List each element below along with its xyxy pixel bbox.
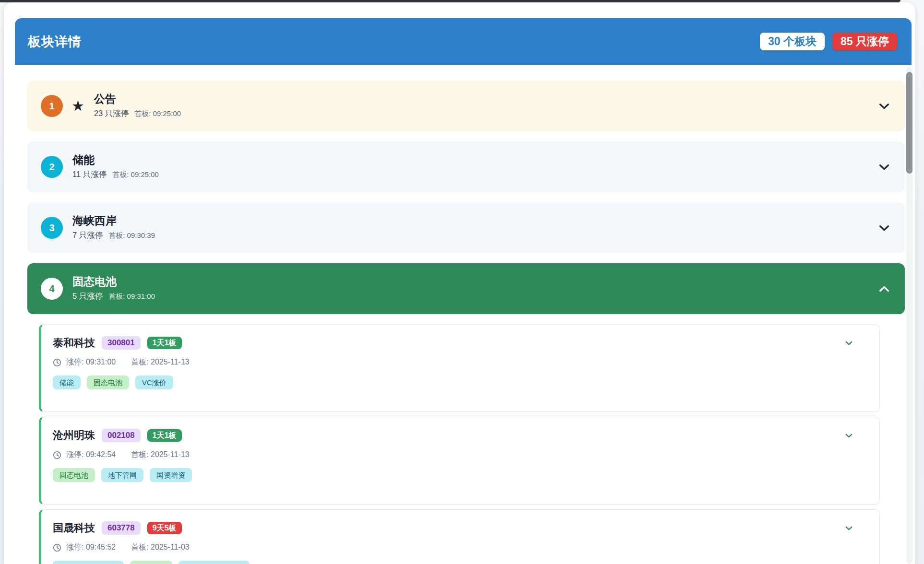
first-board-date: 首板: 2025-11-13 — [131, 450, 190, 460]
concept-tag: 储能 — [53, 376, 81, 389]
sector-name: 海峡西岸 — [72, 215, 155, 227]
limit-up-time: 涨停: 09:42:54 — [66, 450, 116, 460]
stock-meta: 涨停: 09:42:54 首板: 2025-11-13 — [53, 450, 866, 460]
sector-row-chuneng[interactable]: 2 储能 11 只涨停 首板: 09:25:00 — [27, 141, 905, 192]
stock-card-cangzhoumingzhu[interactable]: 沧州明珠 002108 1天1板 涨停: 09:42:54 首板: 2025-1… — [39, 417, 880, 505]
rank-badge: 4 — [41, 278, 63, 300]
sector-limit-up-count: 5 只涨停 — [72, 291, 103, 302]
stock-head: 国晟科技 603778 9天5板 — [53, 521, 866, 535]
chevron-down-icon[interactable] — [845, 526, 853, 530]
concept-tag: 先进光伏中试平台 — [53, 561, 124, 564]
stock-tags: 储能 固态电池 VC涨价 — [53, 376, 866, 389]
sector-name: 储能 — [72, 154, 159, 166]
stock-card-taihekeji[interactable]: 泰和科技 300801 1天1板 涨停: 09:31:00 首板: 2025-1… — [39, 324, 880, 412]
concept-tag: VC涨价 — [135, 376, 173, 389]
chevron-down-icon — [879, 225, 889, 231]
chevron-up-icon — [879, 286, 889, 292]
sector-text: 公告 23 只涨停 首板: 09:25:00 — [94, 93, 181, 118]
streak-badge: 1天1板 — [147, 429, 182, 442]
rank-badge: 1 — [41, 95, 63, 117]
stock-code-badge: 300801 — [102, 336, 141, 350]
first-board-date: 首板: 2025-11-03 — [131, 542, 190, 552]
stock-code-badge: 603778 — [102, 521, 141, 535]
sector-first-board-time: 首板: 09:30:39 — [108, 231, 155, 240]
limit-up-count-badge: 85 只涨停 — [832, 33, 897, 50]
stock-meta: 涨停: 09:45:52 首板: 2025-11-03 — [53, 542, 866, 552]
stock-code-badge: 002108 — [102, 429, 141, 442]
sector-subline: 11 只涨停 首板: 09:25:00 — [72, 169, 159, 180]
sector-detail-panel: 板块详情 30 个板块 85 只涨停 1 ★ 公告 23 只涨停 首板: 09:… — [15, 18, 912, 564]
sector-first-board-time: 首板: 09:25:00 — [134, 109, 181, 118]
panel-header: 板块详情 30 个板块 85 只涨停 — [15, 18, 912, 65]
sector-limit-up-count: 7 只涨停 — [72, 230, 103, 241]
concept-tag: 固态电池 — [53, 468, 95, 482]
sector-name: 固态电池 — [72, 276, 155, 288]
sector-text: 固态电池 5 只涨停 首板: 09:31:00 — [72, 276, 155, 301]
limit-up-time: 涨停: 09:31:00 — [66, 357, 116, 367]
sector-row-gutaidianchi[interactable]: 4 固态电池 5 只涨停 首板: 09:31:00 — [27, 263, 905, 314]
sector-count-badge: 30 个板块 — [760, 33, 825, 50]
streak-badge: 1天1板 — [147, 337, 182, 349]
scrollbar-thumb[interactable] — [906, 72, 912, 174]
stock-head: 沧州明珠 002108 1天1板 — [53, 428, 866, 443]
clock-icon — [53, 451, 61, 459]
stock-name: 泰和科技 — [53, 336, 95, 350]
sector-row-gonggao[interactable]: 1 ★ 公告 23 只涨停 首板: 09:25:00 — [27, 81, 905, 131]
streak-badge: 9天5板 — [147, 522, 182, 534]
sector-text: 海峡西岸 7 只涨停 首板: 09:30:39 — [72, 215, 155, 240]
sector-row-haixiaxian[interactable]: 3 海峡西岸 7 只涨停 首板: 09:30:39 — [27, 202, 905, 253]
stock-head: 泰和科技 300801 1天1板 — [53, 336, 866, 350]
concept-tag: 固态电池 — [87, 376, 129, 389]
limit-up-time: 涨停: 09:45:52 — [66, 542, 116, 552]
sector-name: 公告 — [94, 93, 181, 105]
stock-tags: 固态电池 地下管网 国资增资 — [53, 468, 866, 482]
first-board-date: 首板: 2025-11-13 — [131, 357, 190, 367]
rank-badge: 2 — [41, 156, 63, 178]
stock-name: 国晟科技 — [53, 521, 95, 535]
rank-badge: 3 — [41, 217, 63, 239]
concept-tag: 绿色转型示范工程 — [178, 561, 249, 564]
clock-icon — [53, 358, 61, 367]
chevron-down-icon — [879, 103, 889, 109]
stock-tags: 先进光伏中试平台 固态电池 绿色转型示范工程 — [53, 561, 866, 564]
chevron-down-icon — [879, 164, 889, 170]
sector-subline: 23 只涨停 首板: 09:25:00 — [94, 108, 181, 119]
sector-first-board-time: 首板: 09:31:00 — [108, 292, 155, 301]
chevron-down-icon[interactable] — [845, 434, 853, 438]
stock-meta: 涨停: 09:31:00 首板: 2025-11-13 — [53, 357, 866, 367]
concept-tag: 地下管网 — [101, 468, 143, 482]
stock-name: 沧州明珠 — [53, 428, 95, 443]
header-badges: 30 个板块 85 只涨停 — [760, 33, 897, 50]
sector-list: 1 ★ 公告 23 只涨停 首板: 09:25:00 2 储能 11 只涨停 首… — [15, 65, 912, 564]
star-icon: ★ — [71, 99, 84, 113]
chevron-down-icon[interactable] — [845, 341, 853, 345]
sector-subline: 7 只涨停 首板: 09:30:39 — [72, 230, 155, 241]
page-title: 板块详情 — [28, 33, 82, 50]
sector-limit-up-count: 11 只涨停 — [72, 169, 107, 180]
sector-first-board-time: 首板: 09:25:00 — [112, 170, 159, 179]
sector-subline: 5 只涨停 首板: 09:31:00 — [72, 291, 155, 302]
sector-limit-up-count: 23 只涨停 — [94, 108, 129, 119]
concept-tag: 固态电池 — [130, 561, 172, 564]
stock-card-guoshengkeji[interactable]: 国晟科技 603778 9天5板 涨停: 09:45:52 首板: 2025-1… — [39, 509, 880, 564]
clock-icon — [53, 543, 61, 552]
concept-tag: 国资增资 — [150, 468, 192, 482]
sector-text: 储能 11 只涨停 首板: 09:25:00 — [72, 154, 159, 179]
